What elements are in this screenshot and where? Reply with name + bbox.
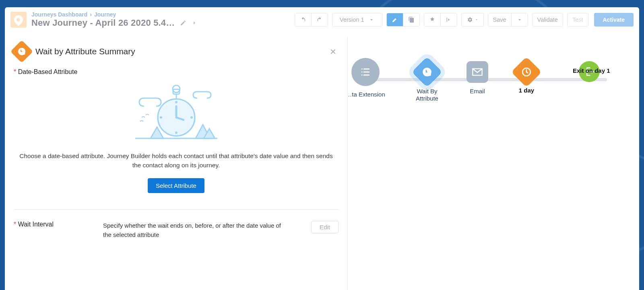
svg-point-12 [175,132,178,134]
wait-interval-description: Specify whether the wait ends on, before… [103,221,290,240]
copy-mode-button[interactable] [403,13,419,26]
divider [14,209,339,210]
app-frame: Journeys Dashboard › Journey New Journey… [5,7,639,290]
node-wait-by-attribute[interactable]: Wait ByAttribute [400,61,454,102]
page-header: Journeys Dashboard › Journey New Journey… [5,7,639,34]
node-email[interactable]: Email [451,61,504,95]
chevron-down-icon [516,16,523,23]
edit-mode-button[interactable] [387,13,403,26]
panel-title: Wait by Attribute Summary [35,47,135,56]
action-icons-group [424,13,457,27]
exit-label: Exit on day 1 [573,67,610,74]
pencil-icon[interactable] [180,20,186,26]
settings-group [461,13,484,27]
version-dropdown[interactable]: Version 1 [332,13,382,26]
svg-point-0 [428,73,431,76]
toolbar: Version 1 Save [295,13,634,27]
svg-point-14 [190,116,193,119]
save-group: Save [488,13,528,27]
section-wait-interval-label: Wait Interval [14,221,82,228]
envelope-icon [472,66,483,78]
breadcrumb: Journeys Dashboard › Journey [31,11,198,18]
save-dropdown[interactable] [511,13,528,26]
chevron-right-icon[interactable] [191,20,198,26]
edit-wait-interval-button[interactable]: Edit [311,221,339,233]
close-icon[interactable]: × [328,44,339,60]
version-group: Version 1 [332,13,382,27]
test-button[interactable]: Test [568,13,588,26]
svg-point-2 [23,53,25,55]
gear-icon [466,16,473,23]
journey-canvas[interactable]: ▸ …ta Extension Wait ByAttribute Email 1… [5,37,639,290]
chevron-down-icon [368,16,375,23]
crumb-journey[interactable]: Journey [94,11,116,18]
redo-button[interactable] [311,13,328,26]
save-button[interactable]: Save [488,13,511,26]
stopwatch-illustration [14,82,339,144]
page-title: New Journey - April 26 2020 5.4… [31,18,175,28]
validate-button[interactable]: Validate [533,13,563,26]
exit-criteria-button[interactable] [440,13,457,26]
undo-button[interactable] [295,13,311,26]
crumb-dashboards[interactable]: Journeys Dashboard [31,11,87,18]
list-icon [359,66,372,78]
journey-pin-icon [10,12,27,28]
svg-point-13 [160,116,162,119]
node-exit[interactable]: Exit on day 1 [549,61,630,82]
select-attribute-button[interactable]: Select Attribute [148,178,204,193]
svg-point-11 [175,101,178,103]
clock-icon [521,67,532,77]
goal-button[interactable] [424,13,440,26]
chevron-down-icon [475,16,479,23]
chevron-right-icon: › [90,11,92,18]
section-description: Choose a date-based attribute. Journey B… [15,151,337,170]
activate-button[interactable]: Activate [594,13,634,27]
settings-dropdown[interactable] [462,13,483,26]
mode-group [386,13,420,27]
history-group [295,13,328,27]
clock-user-icon [422,67,432,77]
wait-attribute-panel: Wait by Attribute Summary × Date-Based A… [5,37,348,290]
section-date-attribute-label: Date-Based Attribute [14,68,339,76]
node-wait-duration[interactable]: 1 day [500,61,553,94]
clock-user-icon [10,40,33,63]
